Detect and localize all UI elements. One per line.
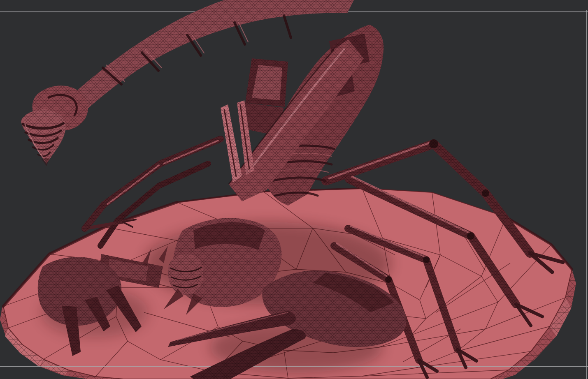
viewport-canvas[interactable] [0,0,588,379]
viewport-svg[interactable] [0,0,588,379]
